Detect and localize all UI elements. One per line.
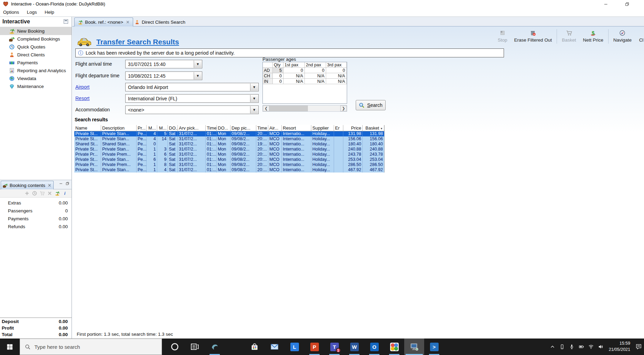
resort-select[interactable]: International Drive (FL) ▼ — [125, 94, 259, 103]
passenger-cell[interactable]: N/A — [283, 79, 305, 84]
booking-row-extras[interactable]: Extras0.00 — [0, 199, 72, 207]
tray-volume-icon[interactable] — [598, 344, 603, 350]
close-tab-icon[interactable]: ✕ — [126, 20, 130, 25]
taskbar-app-task-view[interactable] — [185, 339, 205, 355]
result-column-header[interactable]: M... — [147, 125, 157, 131]
result-column-header[interactable]: DO... — [168, 125, 178, 131]
scroll-right-icon[interactable]: ❯ — [340, 106, 347, 111]
taskbar-app-interactive-app[interactable] — [404, 339, 424, 355]
taskbar-app-logmein[interactable]: L — [285, 339, 304, 355]
restore-button[interactable] — [619, 0, 635, 8]
result-column-header[interactable]: Price — [343, 125, 363, 131]
restore-panel-icon[interactable] — [65, 181, 69, 186]
passenger-cell[interactable]: IN — [263, 79, 273, 84]
close-icon[interactable]: ✕ — [47, 183, 52, 188]
nett-price-button[interactable]: Nett Price — [579, 28, 607, 43]
result-column-header[interactable]: Resort — [282, 125, 311, 131]
airport-link[interactable]: Airport — [75, 84, 89, 90]
result-row[interactable]: Private St...Private Stan...Pe...69Sat31… — [74, 157, 384, 162]
result-column-header[interactable]: Arv pick... — [178, 125, 206, 131]
result-row[interactable]: Private St...Private Stan...Pe...45Sat31… — [74, 131, 384, 136]
cart-icon[interactable] — [40, 191, 45, 196]
passenger-cell[interactable]: N/A — [283, 73, 305, 79]
taskbar-app-powershell[interactable]: > — [424, 339, 444, 355]
booking-row-passengers[interactable]: Passengers0 — [0, 207, 72, 215]
scrollbar-thumb[interactable] — [269, 106, 308, 111]
passenger-cell[interactable]: N/A — [305, 73, 326, 79]
tray-battery-icon[interactable] — [579, 344, 584, 350]
sidebar-item-completed-bookings[interactable]: Completed Bookings — [0, 35, 72, 43]
taskbar-app-store[interactable] — [245, 339, 265, 355]
sidebar-item-payments[interactable]: Payments — [0, 59, 72, 67]
passenger-ages-scrollbar[interactable]: ❮ ❯ — [262, 105, 347, 112]
result-column-header[interactable]: Name — [74, 125, 101, 131]
stop-button[interactable]: Stop — [494, 28, 511, 43]
minimize-panel-icon[interactable] — [59, 181, 63, 186]
passenger-cell[interactable]: CH — [263, 73, 273, 79]
tab-direct-clients-search[interactable]: Direct Clients Search — [131, 18, 189, 26]
chevron-down-icon[interactable]: ▼ — [250, 106, 258, 113]
navigate-button[interactable]: Navigate — [610, 28, 635, 43]
resort-link[interactable]: Resort — [75, 96, 89, 101]
menu-logs[interactable]: Logs — [24, 8, 40, 15]
menu-options[interactable]: Options — [0, 8, 22, 15]
result-column-header[interactable]: Pr... — [137, 125, 147, 131]
passenger-cell[interactable]: 0 — [326, 68, 347, 73]
result-column-header[interactable]: Dep pic... — [230, 125, 256, 131]
notification-center-button[interactable] — [635, 343, 642, 351]
start-button[interactable] — [0, 339, 20, 355]
search-button[interactable]: Search — [356, 100, 386, 110]
chevron-down-icon[interactable]: ▼ — [250, 84, 258, 91]
taskbar-app-powerpoint[interactable]: P — [304, 339, 324, 355]
filter-arrow-icon[interactable]: ▼ — [380, 127, 383, 130]
tab-book-ref[interactable]: Book. ref.: <none> ✕ — [74, 18, 133, 26]
cross-icon[interactable] — [47, 191, 52, 196]
taskbar-app-cortana[interactable] — [165, 339, 185, 355]
tray-phone-icon[interactable] — [559, 344, 565, 350]
booking-row-payments[interactable]: Payments0.00 — [0, 215, 72, 223]
flight-arrival-time-input[interactable]: 31/07/2021 15:40 ▼ — [125, 60, 202, 68]
basket-button[interactable]: Basket — [558, 28, 579, 43]
passenger-cell[interactable]: AD — [263, 68, 273, 73]
sidebar-item-maintenance[interactable]: Maintenance — [0, 82, 72, 90]
taskbar-app-word[interactable]: W — [344, 339, 364, 355]
result-column-header[interactable]: Er — [334, 125, 343, 131]
result-row[interactable]: Private St...Private Stan...Pe...13Sat31… — [74, 147, 384, 152]
erase-filtered-out-button[interactable]: Erase Filtered Out — [511, 28, 556, 43]
passenger-cell[interactable]: 5 — [273, 68, 283, 73]
tray-mic-icon[interactable] — [569, 344, 575, 350]
chevron-down-icon[interactable]: ▼ — [250, 95, 258, 102]
result-column-header[interactable]: Description — [101, 125, 137, 131]
chevron-down-icon[interactable]: ▼ — [194, 60, 202, 68]
taskbar-app-file-explorer[interactable] — [225, 339, 245, 355]
sidebar-item-viewdata[interactable]: Viewdata — [0, 75, 72, 82]
sidebar-item-new-booking[interactable]: New Booking — [0, 27, 72, 35]
result-column-header[interactable]: M... — [157, 125, 168, 131]
taskbar-app-teams[interactable]: T1 — [324, 339, 344, 355]
result-column-header[interactable]: Time — [206, 125, 217, 131]
menu-help[interactable]: Help — [42, 8, 57, 15]
palm-island-icon[interactable] — [55, 191, 60, 196]
result-row[interactable]: Private St...Private Stan...Pe...414Sat3… — [74, 136, 384, 142]
taskbar-app-outlook[interactable]: O — [364, 339, 384, 355]
result-row[interactable]: Private Pr...Private Prem...Pe...18Sat31… — [74, 162, 384, 167]
clock-icon[interactable] — [32, 191, 37, 196]
info-icon[interactable] — [62, 191, 67, 196]
taskbar-app-mail[interactable] — [265, 339, 285, 355]
booking-contents-tab[interactable]: Booking contents ✕ — [1, 181, 54, 189]
taskbar-search[interactable]: Type here to search — [20, 339, 162, 355]
taskbar-app-photos[interactable] — [384, 339, 404, 355]
tray-wifi-icon[interactable] — [588, 344, 594, 350]
flight-departure-time-input[interactable]: 10/08/2021 12:45 ▼ — [125, 71, 202, 80]
result-column-header[interactable]: Air... — [268, 125, 282, 131]
booking-row-refunds[interactable]: Refunds0.00 — [0, 223, 72, 231]
collapse-panel-icon[interactable] — [64, 19, 68, 24]
accommodation-select[interactable]: <none> ▼ — [125, 106, 259, 114]
result-column-header[interactable]: Supplier — [311, 125, 334, 131]
taskbar-clock[interactable]: 15:59 21/05/2021 — [609, 340, 630, 353]
passenger-cell[interactable]: N/A — [326, 73, 347, 79]
result-row[interactable]: Shared St...Shared Stan...Pe...0Sat31/07… — [74, 142, 384, 147]
clipped-toolbar-button[interactable]: Cl — [635, 28, 644, 43]
passenger-cell[interactable]: N/A — [305, 79, 326, 84]
result-row[interactable]: Private St...Private Stan...Pe...14Sat31… — [74, 167, 384, 173]
